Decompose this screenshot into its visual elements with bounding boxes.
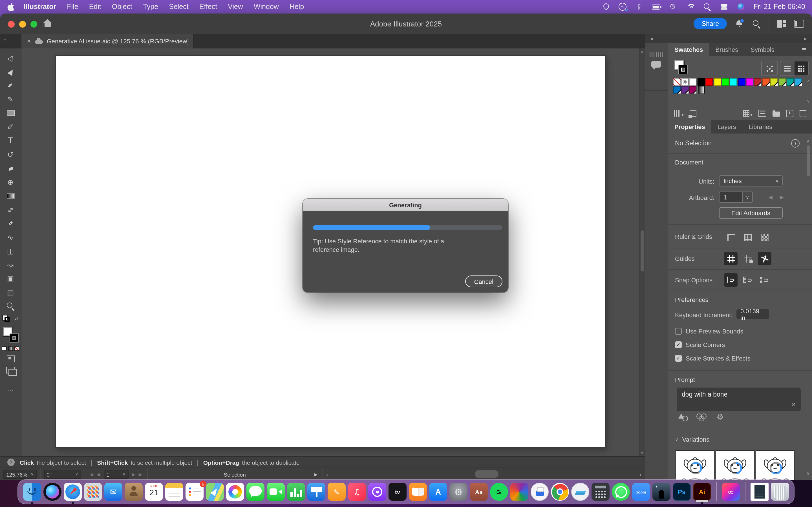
help-icon[interactable]: ? bbox=[7, 459, 15, 466]
variation-thumbnail-1[interactable] bbox=[676, 451, 714, 480]
panel-scroll-up-icon[interactable]: ∧ bbox=[806, 138, 810, 144]
edit-artboards-button[interactable]: Edit Artboards bbox=[719, 207, 783, 219]
dock-mail[interactable]: ✉ bbox=[104, 483, 122, 501]
menu-select[interactable]: Select bbox=[169, 3, 189, 11]
dock-books[interactable] bbox=[409, 483, 427, 501]
swatch-cyan[interactable] bbox=[730, 78, 737, 86]
panel-scroll-thumb[interactable] bbox=[807, 145, 810, 176]
type-tool[interactable]: T bbox=[0, 136, 21, 145]
dock-photoshop[interactable]: Ps bbox=[673, 483, 691, 501]
delete-swatch-icon[interactable] bbox=[800, 109, 806, 117]
checkbox-scale-corners[interactable]: ✓Scale Corners bbox=[675, 341, 725, 349]
siri-icon[interactable] bbox=[737, 2, 746, 11]
last-artboard-icon[interactable]: ▶| bbox=[139, 472, 144, 477]
tab-symbols[interactable]: Symbols bbox=[744, 43, 780, 56]
fill-stroke-indicator[interactable] bbox=[3, 327, 18, 342]
units-dropdown[interactable]: Inches ∨ bbox=[719, 175, 783, 186]
swatch-blue[interactable] bbox=[738, 78, 745, 86]
generate-variations-icon[interactable] bbox=[677, 412, 689, 422]
menu-illustrator[interactable]: Illustrator bbox=[24, 3, 56, 11]
swap-fill-stroke-icon[interactable]: ⇄ bbox=[15, 316, 18, 321]
creative-cloud-icon[interactable] bbox=[618, 2, 627, 11]
time-machine-icon[interactable] bbox=[669, 2, 678, 11]
eraser-tool[interactable]: ▰ bbox=[0, 164, 21, 172]
dock-finder[interactable] bbox=[23, 483, 41, 501]
swatch-scroll-up-icon[interactable]: ∧ bbox=[807, 79, 810, 83]
selection-tool[interactable]: ▷ bbox=[0, 54, 21, 62]
info-icon[interactable]: i bbox=[791, 139, 800, 148]
dock-siri[interactable] bbox=[43, 483, 61, 501]
prompt-input[interactable]: dog with a bone × bbox=[677, 388, 801, 411]
swatch-green[interactable] bbox=[722, 78, 729, 86]
dock-tv[interactable]: tv bbox=[389, 483, 407, 501]
swatch-magenta[interactable] bbox=[746, 78, 753, 86]
dock-facetime[interactable] bbox=[267, 483, 285, 501]
menu-view[interactable]: View bbox=[228, 3, 243, 11]
panel-scroll-down-icon[interactable]: ∨ bbox=[806, 471, 810, 476]
show-guides-icon[interactable] bbox=[724, 252, 738, 265]
blend-tool[interactable]: ◫ bbox=[0, 247, 21, 255]
control-center-icon[interactable] bbox=[720, 2, 729, 11]
menu-help[interactable]: Help bbox=[290, 3, 304, 11]
close-tab-icon[interactable]: × bbox=[27, 37, 31, 45]
swatch-sky-blue[interactable] bbox=[795, 78, 802, 86]
snap-to-grid-icon[interactable]: ⊃ bbox=[741, 273, 755, 287]
swatch-black[interactable] bbox=[698, 78, 705, 86]
new-color-group-icon[interactable] bbox=[772, 110, 780, 117]
none-button[interactable] bbox=[14, 346, 19, 351]
artboard-input[interactable]: 1 bbox=[719, 191, 743, 203]
dock-podcasts[interactable] bbox=[368, 483, 386, 501]
keyboard-increment-field[interactable]: 0.0139 in bbox=[737, 309, 769, 319]
window-title-bar[interactable]: Adobe Illustrator 2025 Share bbox=[0, 13, 812, 34]
dock-whatsapp[interactable] bbox=[612, 483, 630, 501]
smart-guides-icon[interactable]: ϟ bbox=[758, 252, 771, 265]
tab-layers[interactable]: Layers bbox=[711, 120, 742, 133]
menu-type[interactable]: Type bbox=[143, 3, 158, 11]
dock-maps[interactable] bbox=[206, 483, 224, 501]
dock-chrome[interactable] bbox=[551, 483, 569, 501]
show-rulers-icon[interactable] bbox=[724, 230, 738, 244]
variation-thumbnail-3[interactable] bbox=[756, 451, 794, 480]
dock-trash[interactable] bbox=[771, 483, 789, 501]
tab-swatches[interactable]: Swatches bbox=[668, 43, 709, 56]
document-tab[interactable]: × Generative AI issue.aic @ 125.76 % (RG… bbox=[21, 34, 194, 48]
arrange-documents-icon[interactable] bbox=[794, 20, 804, 27]
pen-tool[interactable]: ✒ bbox=[0, 81, 21, 90]
dock-dictionary[interactable]: Aa bbox=[470, 483, 488, 501]
horizontal-scrollbar[interactable]: ‹ › bbox=[322, 468, 645, 480]
dock-notes[interactable] bbox=[165, 483, 183, 501]
swatch-purple[interactable] bbox=[681, 86, 689, 94]
collapse-panels-left-icon[interactable]: « bbox=[650, 35, 654, 41]
chevron-down-icon[interactable]: ∨ bbox=[75, 472, 78, 476]
previous-artboard-icon[interactable]: ◀ bbox=[769, 194, 772, 200]
dock-launchpad[interactable] bbox=[84, 483, 102, 501]
add-from-library-icon[interactable] bbox=[690, 110, 696, 116]
swatch-options-icon[interactable] bbox=[758, 110, 766, 117]
chevron-down-icon[interactable]: ∨ bbox=[31, 472, 34, 476]
direct-selection-tool[interactable]: ▶ bbox=[0, 67, 21, 76]
workspace-switcher-icon[interactable] bbox=[777, 20, 786, 27]
share-button[interactable]: Share bbox=[694, 18, 727, 29]
menu-effect[interactable]: Effect bbox=[199, 3, 217, 11]
dock-photos[interactable] bbox=[226, 483, 244, 501]
rotate-tool[interactable]: ↺ bbox=[0, 150, 21, 159]
first-artboard-icon[interactable]: |◀ bbox=[88, 472, 93, 477]
vertical-scrollbar[interactable]: ∧ ∨ bbox=[639, 48, 645, 456]
screen-mode-icon[interactable] bbox=[6, 367, 15, 374]
battery-icon[interactable] bbox=[652, 2, 661, 11]
dock-pages[interactable]: ✎ bbox=[327, 483, 346, 501]
next-artboard-icon[interactable]: ▶ bbox=[132, 472, 135, 477]
dock-image-capture[interactable] bbox=[571, 483, 589, 501]
vertical-scroll-thumb[interactable] bbox=[641, 230, 644, 272]
swatch-white[interactable] bbox=[689, 78, 697, 86]
status-play-icon[interactable]: ▶ bbox=[314, 472, 317, 477]
dock-print-center[interactable] bbox=[530, 483, 549, 501]
dock-keynote[interactable] bbox=[307, 483, 325, 501]
scroll-down-icon[interactable]: ∨ bbox=[641, 451, 644, 455]
swatch-dark-magenta[interactable] bbox=[689, 86, 697, 94]
zoom-window-button[interactable] bbox=[31, 21, 37, 27]
bluetooth-icon[interactable] bbox=[635, 2, 644, 11]
graph-tool[interactable]: ▥ bbox=[0, 288, 21, 297]
stroke-color-well[interactable] bbox=[10, 334, 18, 342]
location-icon[interactable] bbox=[601, 2, 610, 11]
